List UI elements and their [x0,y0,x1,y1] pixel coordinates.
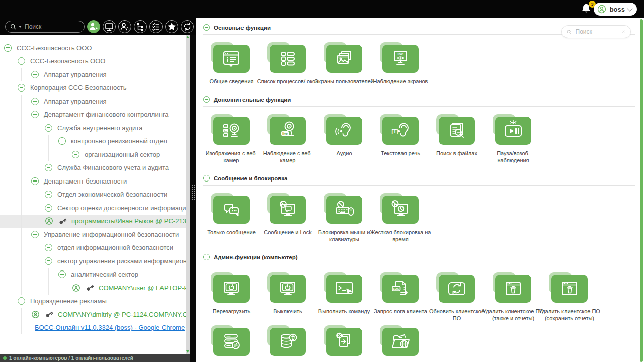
tree-node[interactable]: контрольно ревизионный отдел [0,135,186,148]
collapse-icon[interactable] [18,57,25,65]
tree-node[interactable]: Служба Финансового учета и аудита [0,161,186,175]
function-tile[interactable]: Выполнить команду [316,275,372,322]
clear-search-icon[interactable] [620,28,626,35]
collapse-icon[interactable] [45,191,52,198]
function-tile[interactable]: Только сообщение [203,196,260,243]
tree-node[interactable]: Отдел экономической безопасности [0,188,186,202]
function-tile[interactable]: Перезагрузить [203,275,260,322]
notifications-button[interactable]: 3 [580,2,594,16]
uninstall-reports-icon[interactable] [495,275,531,303]
function-tile[interactable]: liveНаблюдение экранов [372,45,429,85]
function-tile[interactable]: Отменить передачу отложенных данных [316,328,372,362]
audio-icon[interactable] [326,117,362,145]
webcam-live-icon[interactable]: live [270,117,306,145]
functions-search-input[interactable] [575,28,618,36]
cancel-deferred-icon[interactable] [326,328,362,356]
function-tile[interactable]: Браузер файлов [372,328,429,362]
tree-node[interactable]: Корпорация ССС-Безопасность [0,81,186,95]
uninstall-keep-icon[interactable] [551,275,588,303]
collapse-icon[interactable] [31,111,39,118]
block-input-icon[interactable] [326,196,362,224]
function-tile[interactable]: Изображения с веб-камер [203,117,260,164]
collapse-section-icon[interactable] [203,24,210,31]
update-client-icon[interactable] [439,275,475,303]
client-log-icon[interactable]: /LOG [382,275,419,303]
collapse-section-icon[interactable] [203,96,210,103]
section-header[interactable]: Дополнительные функции [203,93,635,107]
tree-node[interactable]: ССС-Безопасность ООО [0,41,186,55]
pause-resume-icon[interactable] [495,117,531,145]
function-tile[interactable]: Сообщение и Lock [260,196,316,243]
function-tile[interactable]: Удалить клиентское ПО (также и отчеты) [485,275,541,322]
collapse-icon[interactable] [45,204,52,212]
tree-node[interactable]: Департамент финансового контроллинга [0,108,186,122]
change-server-icon[interactable] [213,328,250,356]
scroll-up-icon[interactable] [186,36,189,38]
tree-node[interactable]: Служба внутреннего аудита [0,121,186,135]
function-tile[interactable]: Список процессов/ окон [260,45,316,85]
function-tile[interactable]: Общие сведения [203,45,260,85]
tree-node[interactable]: аналитический сектор [0,268,186,282]
scroll-down-icon[interactable] [186,350,189,353]
tree-node[interactable]: Департамент безопасности [0,174,186,188]
collapse-icon[interactable] [18,84,25,92]
function-tile[interactable]: Жесткая блокировка на время [372,196,429,243]
message-only-icon[interactable] [213,196,250,224]
user-screens-icon[interactable] [326,45,362,73]
hard-block-icon[interactable] [382,196,419,224]
tree-node[interactable]: Подразделение рекламы [0,295,186,308]
collapse-icon[interactable] [45,164,52,171]
tree-node[interactable]: Управление информационной безопасности [0,228,186,241]
tree-node[interactable]: Аппарат управления [0,95,186,108]
reboot-icon[interactable] [213,275,250,303]
tree-window-link[interactable]: БОСС-Онлайн v11.0.3324 (boss) - Google C… [0,321,186,335]
collapse-icon[interactable] [31,177,39,185]
collapse-icon[interactable] [45,124,52,132]
file-search-icon[interactable] [439,117,475,145]
functions-search[interactable] [561,25,631,38]
search-scope-caret-icon[interactable] [19,26,22,28]
collapse-section-icon[interactable] [203,254,210,260]
splitter-grip-icon[interactable] [191,184,195,200]
sidebar-search[interactable] [5,21,85,33]
collapse-icon[interactable] [45,244,52,251]
collapse-icon[interactable] [58,137,66,145]
collapse-icon[interactable] [31,71,39,78]
function-tile[interactable]: [T]Текстовая речь [372,117,429,164]
function-tile[interactable]: Экраны пользователей [316,45,372,85]
function-tile[interactable]: Сменить сервер [203,328,260,362]
tree-scrollbar[interactable] [186,35,190,354]
users-view-button[interactable] [87,20,100,33]
function-tile[interactable]: Удалить клиентское ПО (сохранить отчеты) [541,275,598,322]
section-header[interactable]: Сообщение и блокировка [203,172,635,186]
delete-db-icon[interactable] [270,328,306,356]
collapse-icon[interactable] [58,270,66,278]
function-tile[interactable]: Поиск в файлах [429,117,485,164]
function-tile[interactable]: Блокировка мыши и клавиатуры [316,196,372,243]
info-page-icon[interactable] [213,45,250,73]
function-tile[interactable]: Удалить локальную БД [260,328,316,362]
panel-splitter[interactable] [190,18,196,362]
window-link-label[interactable]: БОСС-Онлайн v11.0.3324 (boss) - Google C… [35,324,185,331]
function-tile[interactable]: Выключить [260,275,316,322]
collapse-icon[interactable] [4,44,12,52]
user-options-button[interactable] [118,20,131,33]
collapse-icon[interactable] [31,231,39,238]
function-tile[interactable]: liveНаблюдение с веб-камер [260,117,316,164]
run-command-icon[interactable] [326,275,362,303]
user-menu-button[interactable]: boss [594,3,637,16]
collapse-icon[interactable] [31,98,39,105]
function-tile[interactable]: /LOGЗапрос лога клиента [372,275,429,322]
tree-user-node[interactable]: COMPANY\dmitriy @ PC-1124.COMPANY.ORG [0,308,186,321]
collapse-icon[interactable] [72,151,79,158]
list-view-button[interactable] [149,20,163,33]
shutdown-icon[interactable] [270,275,306,303]
collapse-icon[interactable] [18,297,25,305]
tree-node[interactable]: сектор управления рисками информационной… [0,254,186,268]
tree-user-node[interactable]: COMPANY\user @ LAPTOP-PC.COMPANY.ORG [0,281,186,295]
function-tile[interactable]: Обновить клиентское ПО [429,275,485,322]
refresh-button[interactable] [181,20,194,33]
tree-node[interactable]: ССС-Безопасность ООО [0,55,186,68]
tree-node[interactable]: организационный сектор [0,148,186,161]
collapse-section-icon[interactable] [203,175,210,182]
